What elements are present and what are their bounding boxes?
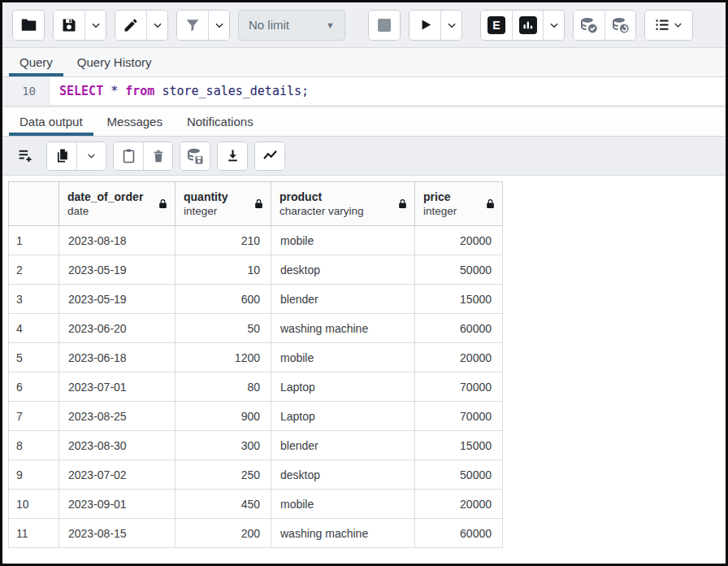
- cell[interactable]: 600: [176, 285, 271, 314]
- tab-messages[interactable]: Messages: [95, 108, 175, 136]
- macros-button[interactable]: [645, 11, 692, 40]
- output-tab-bar: Data output Messages Notifications: [2, 105, 726, 137]
- tab-query[interactable]: Query: [7, 49, 65, 76]
- cell[interactable]: washing machine: [271, 519, 415, 548]
- row-number[interactable]: 6: [9, 372, 59, 402]
- execute-button[interactable]: [410, 11, 440, 40]
- filter-button[interactable]: [177, 11, 208, 40]
- cell[interactable]: 15000: [415, 285, 503, 314]
- edit-options-button[interactable]: [146, 11, 167, 40]
- column-header[interactable]: quantity integer: [176, 182, 271, 226]
- save-options-button[interactable]: [84, 11, 106, 40]
- cell[interactable]: 2023-07-02: [59, 460, 176, 490]
- cell[interactable]: Laptop: [271, 402, 415, 431]
- explain-analyze-icon: [519, 16, 537, 34]
- column-header[interactable]: product character varying: [271, 182, 415, 226]
- cell[interactable]: blender: [271, 285, 415, 314]
- cell[interactable]: 200: [176, 519, 271, 548]
- delete-button[interactable]: [143, 142, 172, 170]
- cell[interactable]: washing machine: [271, 314, 415, 343]
- sql-code-line[interactable]: SELECT * from store_sales_details;: [50, 77, 309, 105]
- explain-button[interactable]: E: [481, 11, 512, 40]
- cell[interactable]: 50: [176, 314, 271, 343]
- execute-options-button[interactable]: [440, 11, 462, 40]
- table-row: 9 2023-07-02250desktop50000: [9, 460, 503, 490]
- paste-button[interactable]: [114, 142, 143, 170]
- cell[interactable]: 450: [176, 490, 271, 519]
- cell[interactable]: 70000: [415, 372, 503, 402]
- save-button[interactable]: [54, 11, 84, 40]
- cell[interactable]: 2023-07-01: [59, 372, 176, 402]
- cell[interactable]: 1200: [176, 343, 271, 372]
- cell[interactable]: 50000: [415, 255, 503, 285]
- explain-options-button[interactable]: [543, 11, 564, 40]
- tab-data-output[interactable]: Data output: [7, 108, 95, 136]
- cell[interactable]: 250: [176, 460, 271, 490]
- row-number[interactable]: 7: [9, 402, 59, 431]
- cell[interactable]: 2023-08-30: [59, 431, 176, 460]
- cell[interactable]: 60000: [415, 519, 503, 548]
- row-number[interactable]: 5: [9, 343, 59, 372]
- add-row-button[interactable]: [11, 142, 40, 170]
- save-data-changes-button[interactable]: [180, 142, 210, 170]
- commit-button[interactable]: [574, 11, 604, 40]
- cell[interactable]: 2023-09-01: [59, 490, 176, 519]
- cell[interactable]: 20000: [415, 490, 503, 519]
- cell[interactable]: mobile: [271, 490, 415, 519]
- row-number[interactable]: 1: [9, 226, 59, 255]
- cell[interactable]: 80: [176, 372, 271, 402]
- cell[interactable]: 2023-08-18: [59, 226, 176, 255]
- cell[interactable]: 10: [176, 255, 271, 285]
- cell[interactable]: 2023-05-19: [59, 255, 176, 285]
- copy-options-button[interactable]: [76, 142, 106, 170]
- cell[interactable]: 2023-06-18: [59, 343, 176, 372]
- open-file-button[interactable]: [13, 11, 44, 40]
- cell[interactable]: 2023-08-25: [59, 402, 176, 431]
- row-number[interactable]: 10: [9, 490, 59, 519]
- cell[interactable]: desktop: [271, 255, 415, 285]
- explain-analyze-button[interactable]: [512, 11, 543, 40]
- cell[interactable]: mobile: [271, 226, 415, 255]
- cell[interactable]: Laptop: [271, 372, 415, 402]
- row-number[interactable]: 9: [9, 460, 59, 490]
- rollback-button[interactable]: [604, 11, 635, 40]
- cell[interactable]: 210: [176, 226, 271, 255]
- tab-query-history[interactable]: Query History: [65, 49, 164, 76]
- stop-button[interactable]: [369, 11, 400, 40]
- row-number[interactable]: 8: [9, 431, 59, 460]
- chevron-down-icon: [673, 20, 683, 30]
- column-header[interactable]: date_of_order date: [59, 182, 176, 226]
- tab-notifications[interactable]: Notifications: [175, 108, 266, 136]
- row-number[interactable]: 2: [9, 255, 59, 285]
- cell[interactable]: 20000: [415, 343, 503, 372]
- download-csv-button[interactable]: [218, 142, 247, 170]
- cell[interactable]: 50000: [415, 460, 503, 490]
- save-data-group: [180, 142, 210, 171]
- column-header[interactable]: price integer: [415, 182, 503, 226]
- cell[interactable]: 70000: [415, 402, 503, 431]
- cell[interactable]: 300: [176, 431, 271, 460]
- cell[interactable]: blender: [271, 431, 415, 460]
- row-number[interactable]: 3: [9, 285, 59, 314]
- add-row-icon: [17, 147, 34, 164]
- cell[interactable]: 2023-05-19: [59, 285, 176, 314]
- row-number[interactable]: 11: [9, 519, 59, 548]
- cell[interactable]: 60000: [415, 314, 503, 343]
- row-number[interactable]: 4: [9, 314, 59, 343]
- cell[interactable]: 2023-08-15: [59, 519, 176, 548]
- column-name: price: [423, 189, 457, 204]
- copy-button[interactable]: [47, 142, 76, 170]
- sql-editor[interactable]: 10 SELECT * from store_sales_details;: [2, 77, 726, 105]
- cell[interactable]: 2023-06-20: [59, 314, 176, 343]
- column-type: date: [67, 204, 143, 218]
- cell[interactable]: 900: [176, 402, 271, 431]
- cell[interactable]: desktop: [271, 460, 415, 490]
- edit-button[interactable]: [115, 11, 146, 40]
- cell[interactable]: mobile: [271, 343, 415, 372]
- filter-options-button[interactable]: [208, 11, 229, 40]
- cell[interactable]: 20000: [415, 226, 503, 255]
- cell[interactable]: 15000: [415, 431, 503, 460]
- row-limit-select[interactable]: No limit ▼: [238, 10, 345, 41]
- corner-cell[interactable]: [9, 182, 59, 226]
- graph-visualiser-button[interactable]: [255, 142, 284, 170]
